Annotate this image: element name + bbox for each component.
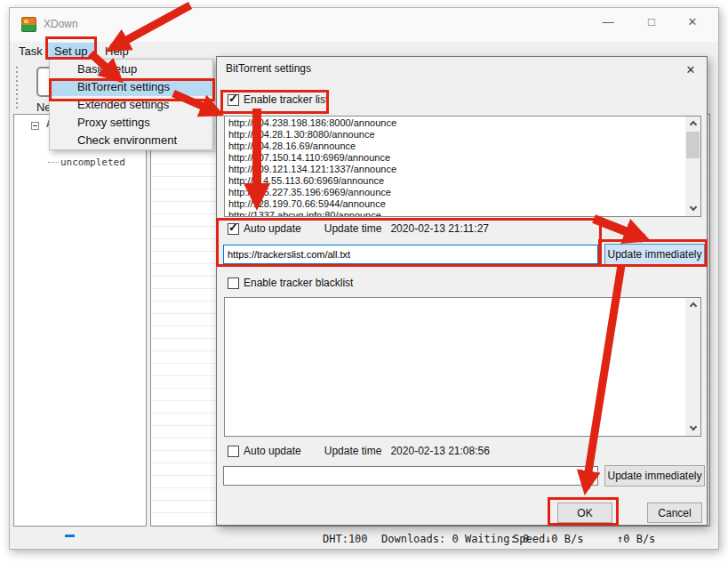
tracker-url: http://1337.abcvg.info:80/announce — [228, 210, 697, 217]
maximize-icon: □ — [648, 15, 655, 28]
ok-button[interactable]: OK — [557, 503, 612, 523]
close-icon: ✕ — [688, 15, 698, 28]
menu-item-basic-setup[interactable]: Basic setup — [50, 60, 212, 78]
blacklist-auto-update-row: Auto update Update time 2020-02-13 21:08… — [228, 445, 490, 457]
menu-help[interactable]: Help — [99, 43, 135, 60]
tracker-url: http://104.28.1.30:8080/announce — [228, 129, 697, 141]
tree-item-uncompleted[interactable]: uncompleted — [60, 157, 125, 168]
enable-tracker-blacklist-checkbox[interactable] — [228, 277, 239, 289]
scroll-down-icon[interactable] — [685, 202, 700, 216]
update-immediately-button-tracker[interactable]: Update immediately — [604, 244, 705, 265]
window-title: XDown — [44, 18, 78, 30]
status-dht: DHT:100 — [323, 533, 368, 545]
blacklist-source-url-input[interactable] — [223, 466, 598, 486]
tracker-url: http://125.227.35.196:6969/announce — [228, 187, 697, 198]
menu-item-proxy-settings[interactable]: Proxy settings — [50, 114, 212, 132]
scrollbar-thumb[interactable] — [686, 132, 700, 158]
tracker-url: http://104.28.16.69/announce — [228, 141, 697, 152]
tracker-update-time-value: 2020-02-13 21:11:27 — [390, 222, 489, 235]
app-icon — [21, 17, 36, 32]
tracker-url: http://114.55.113.60:6969/announce — [228, 175, 697, 187]
screen: XDown — □ ✕ Task Set up Help New A uncom — [0, 0, 728, 571]
dialog-title: BitTorrent settings — [226, 62, 311, 75]
titlebar: XDown — □ ✕ — [10, 8, 718, 42]
blacklist-auto-update-label: Auto update — [244, 445, 301, 457]
scroll-down-icon[interactable] — [685, 422, 700, 436]
tracker-auto-update-label: Auto update — [244, 222, 301, 235]
tracker-source-url-input[interactable] — [223, 245, 598, 264]
status-speed-down: Speed↓0 B/s — [513, 533, 583, 545]
enable-tracker-list-row: ✓ Enable tracker list — [228, 93, 328, 106]
menu-task[interactable]: Task — [12, 43, 49, 60]
menu-item-extended-settings[interactable]: Extended settings — [50, 96, 212, 114]
tracker-auto-update-row: ✓ Auto update Update time 2020-02-13 21:… — [228, 222, 489, 235]
enable-tracker-blacklist-row: Enable tracker blacklist — [228, 277, 353, 289]
dialog-close-icon: ✕ — [686, 63, 696, 76]
tracker-update-time-label: Update time — [324, 222, 382, 235]
tracker-url: http://107.150.14.110:6969/announce — [228, 152, 697, 164]
tracker-list-box[interactable]: http://104.238.198.186:8000/announce htt… — [224, 116, 701, 217]
bittorrent-settings-dialog: BitTorrent settings ✕ ✓ Enable tracker l… — [216, 56, 708, 526]
cancel-button[interactable]: Cancel — [647, 503, 702, 523]
blacklist-update-time-value: 2020-02-13 21:08:56 — [390, 445, 489, 457]
tracker-blacklist-box[interactable] — [224, 297, 701, 437]
update-immediately-button-blacklist[interactable]: Update immediately — [604, 465, 705, 487]
checkmark-icon: ✓ — [228, 221, 238, 234]
status-bar: DHT:100 Downloads: 0 Waiting: 0 Speed↓0 … — [13, 529, 716, 551]
tracker-url: http://128.199.70.66:5944/announce — [228, 198, 697, 210]
tree-connector — [48, 162, 59, 163]
scroll-up-icon[interactable] — [685, 117, 700, 131]
tree-collapse-icon[interactable] — [31, 122, 39, 130]
maximize-button[interactable]: □ — [631, 8, 672, 35]
enable-tracker-list-label: Enable tracker list — [244, 93, 328, 106]
minimize-icon: — — [603, 15, 614, 28]
menu-item-check-environment[interactable]: Check environment — [50, 132, 212, 149]
tracker-url: http://104.238.198.186:8000/announce — [228, 117, 697, 129]
enable-tracker-blacklist-label: Enable tracker blacklist — [244, 277, 353, 289]
menu-set-up[interactable]: Set up — [48, 43, 94, 60]
blacklist-scrollbar[interactable] — [685, 298, 700, 436]
tracker-list-scrollbar[interactable] — [685, 117, 700, 216]
scroll-up-icon[interactable] — [685, 298, 700, 312]
status-speed-up: ↑0 B/s — [617, 533, 655, 545]
status-downloads: Downloads: 0 Waiting: 0 — [381, 533, 529, 545]
minimize-button[interactable]: — — [588, 8, 628, 35]
close-button[interactable]: ✕ — [672, 8, 713, 35]
setup-menu-dropdown: Basic setup BitTorrent settings Extended… — [49, 59, 213, 150]
blacklist-auto-update-checkbox[interactable] — [228, 446, 239, 457]
toolbar-grip[interactable] — [16, 67, 18, 109]
checkmark-icon: ✓ — [228, 92, 238, 105]
dialog-close-button[interactable]: ✕ — [680, 60, 701, 79]
tracker-auto-update-checkbox[interactable]: ✓ — [228, 223, 239, 235]
blacklist-update-time-label: Update time — [324, 445, 382, 457]
status-dash — [65, 535, 75, 537]
enable-tracker-list-checkbox[interactable]: ✓ — [228, 94, 239, 106]
task-tree-panel: A uncompleted — [13, 114, 147, 527]
menu-item-bittorrent-settings[interactable]: BitTorrent settings — [50, 78, 212, 96]
tracker-url: http://109.121.134.121:1337/announce — [228, 164, 697, 175]
